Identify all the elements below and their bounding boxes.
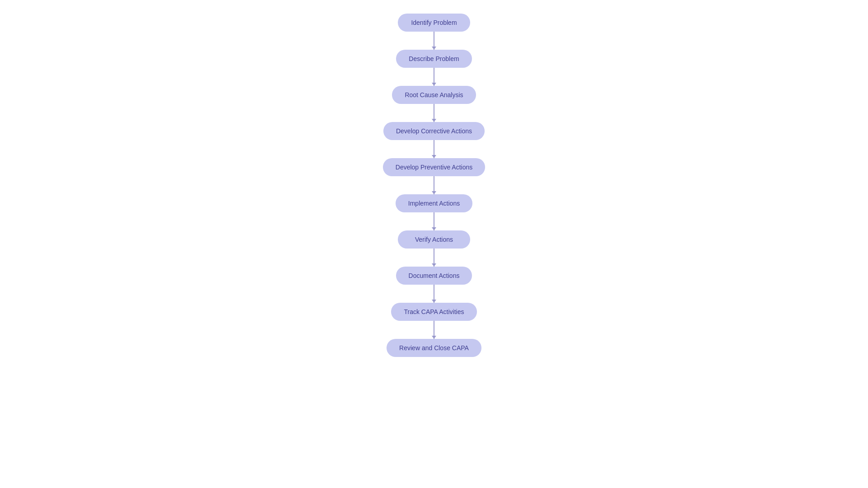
node-document-actions[interactable]: Document Actions xyxy=(396,267,472,285)
connector-5 xyxy=(434,176,434,194)
connector-6 xyxy=(434,212,434,230)
connector-2 xyxy=(434,68,434,86)
node-develop-preventive-actions[interactable]: Develop Preventive Actions xyxy=(383,158,485,176)
connector-3 xyxy=(434,104,434,122)
node-root-cause-analysis[interactable]: Root Cause Analysis xyxy=(392,86,476,104)
connector-4 xyxy=(434,140,434,158)
node-develop-corrective-actions[interactable]: Develop Corrective Actions xyxy=(383,122,485,140)
node-identify-problem[interactable]: Identify Problem xyxy=(398,14,470,32)
connector-7 xyxy=(434,249,434,267)
node-review-and-close-capa[interactable]: Review and Close CAPA xyxy=(387,339,481,357)
flowchart: Identify Problem Describe Problem Root C… xyxy=(383,5,485,366)
connector-1 xyxy=(434,32,434,50)
node-verify-actions[interactable]: Verify Actions xyxy=(398,230,470,249)
node-track-capa-activities[interactable]: Track CAPA Activities xyxy=(391,303,476,321)
connector-9 xyxy=(434,321,434,339)
node-implement-actions[interactable]: Implement Actions xyxy=(396,194,472,212)
connector-8 xyxy=(434,285,434,303)
node-describe-problem[interactable]: Describe Problem xyxy=(396,50,472,68)
